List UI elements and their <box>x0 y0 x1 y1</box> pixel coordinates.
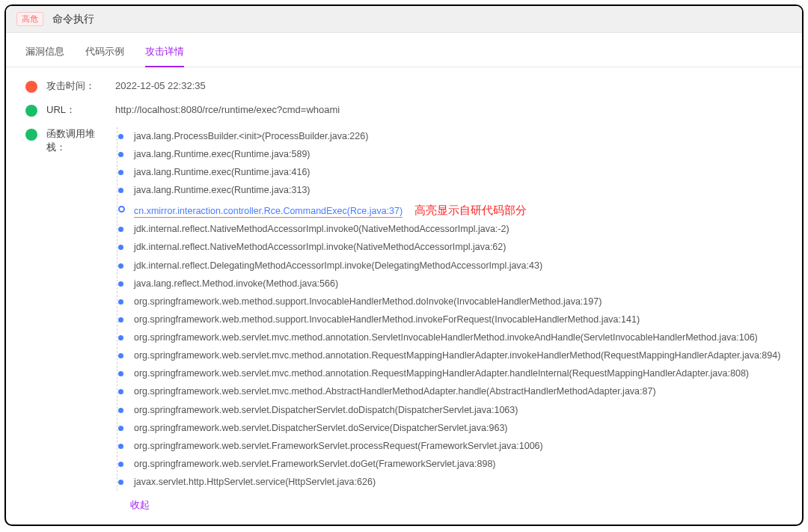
highlight-annotation: 高亮显示自研代码部分 <box>414 204 527 216</box>
url-label: URL： <box>46 103 106 117</box>
tabs: 漏洞信息代码示例攻击详情 <box>6 33 802 67</box>
stack-label: 函数调用堆栈： <box>46 127 106 154</box>
attack-time-label: 攻击时间： <box>46 79 106 93</box>
stack-item: java.lang.Runtime.exec(Runtime.java:416) <box>122 163 783 181</box>
stack-item: org.springframework.web.method.support.I… <box>122 293 783 311</box>
header-bar: 高危 命令执行 <box>6 6 802 33</box>
stack-item: java.lang.Runtime.exec(Runtime.java:589) <box>122 145 783 163</box>
stack-item: jdk.internal.reflect.DelegatingMethodAcc… <box>122 257 783 275</box>
tab-2[interactable]: 攻击详情 <box>145 40 184 67</box>
stack-item: org.springframework.web.servlet.Dispatch… <box>122 419 783 437</box>
attack-time-value: 2022-12-05 22:32:35 <box>115 79 783 91</box>
stack-item: javax.servlet.http.HttpServlet.service(H… <box>122 473 783 491</box>
stack-item: org.springframework.web.servlet.Framewor… <box>122 437 783 455</box>
stack-item: org.springframework.web.servlet.mvc.meth… <box>122 382 783 400</box>
stack-item: org.springframework.web.method.support.I… <box>122 311 783 328</box>
stack-icon <box>25 129 37 141</box>
tab-1[interactable]: 代码示例 <box>85 40 124 67</box>
stack-item: org.springframework.web.servlet.mvc.meth… <box>122 364 783 382</box>
collapse-button[interactable]: 收起 <box>130 498 150 512</box>
stack-list: java.lang.ProcessBuilder.<init>(ProcessB… <box>117 127 783 491</box>
stack-item: jdk.internal.reflect.NativeMethodAccesso… <box>122 220 783 238</box>
stack-item: org.springframework.web.servlet.Dispatch… <box>122 401 783 419</box>
clock-icon <box>25 81 37 93</box>
attack-detail-content: 攻击时间： 2022-12-05 22:32:35 URL： http://lo… <box>6 67 802 522</box>
stack-item[interactable]: cn.xmirror.interaction.controller.Rce.Co… <box>122 200 783 221</box>
stack-item: org.springframework.web.servlet.Framewor… <box>122 455 783 473</box>
stack-item: java.lang.Runtime.exec(Runtime.java:313) <box>122 181 783 199</box>
page-title: 命令执行 <box>52 13 94 26</box>
stack-item: org.springframework.web.servlet.mvc.meth… <box>122 346 783 364</box>
tab-0[interactable]: 漏洞信息 <box>25 40 64 67</box>
stack-item: java.lang.ProcessBuilder.<init>(ProcessB… <box>122 127 783 145</box>
url-value: http://localhost:8080/rce/runtime/exec?c… <box>115 103 783 115</box>
stack-item: org.springframework.web.servlet.mvc.meth… <box>122 328 783 346</box>
risk-level-badge: 高危 <box>16 12 43 26</box>
stack-item: jdk.internal.reflect.NativeMethodAccesso… <box>122 238 783 256</box>
link-icon <box>25 105 37 117</box>
stack-item: java.lang.reflect.Method.invoke(Method.j… <box>122 275 783 293</box>
